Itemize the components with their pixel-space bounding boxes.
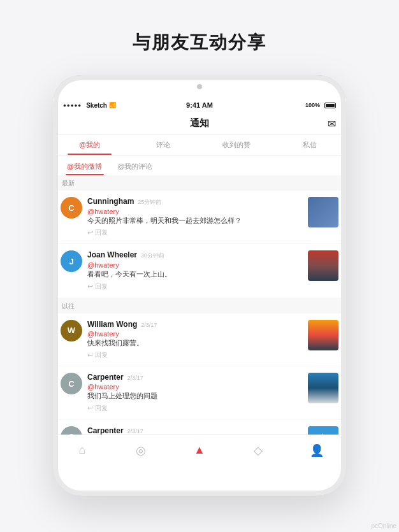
wifi-icon: 📶 bbox=[109, 102, 116, 108]
nav-bar: 通知 ✉ bbox=[53, 112, 346, 135]
reply-label: 回复 bbox=[95, 228, 108, 237]
feed-mention: @hwatery bbox=[87, 208, 303, 215]
bottom-nav-explore[interactable]: ◇ bbox=[229, 443, 287, 457]
device-frame: ●●●●● Sketch 📶 9:41 AM 100% 通知 ✉ @我的 bbox=[0, 75, 399, 496]
reply-icon: ↩ bbox=[87, 282, 93, 291]
reply-label: 回复 bbox=[95, 282, 108, 291]
avatar: J bbox=[61, 250, 82, 272]
camera-dot bbox=[197, 84, 202, 89]
explore-icon: ◇ bbox=[254, 443, 263, 457]
status-left: ●●●●● Sketch 📶 bbox=[63, 102, 116, 109]
screen: ●●●●● Sketch 📶 9:41 AM 100% 通知 ✉ @我的 bbox=[53, 98, 346, 465]
watermark: pcOnline bbox=[369, 520, 399, 532]
sub-tab-comment-label: @我的评论 bbox=[117, 162, 152, 170]
feed-header-row: Joan Wheeler 30分钟前 bbox=[87, 250, 303, 260]
reply-label: 回复 bbox=[95, 404, 108, 413]
tab-messages-label: 私信 bbox=[303, 141, 317, 148]
battery-icon bbox=[324, 103, 336, 108]
bottom-nav: ⌂ ◎ ▲ ◇ 👤 bbox=[53, 435, 346, 465]
feed-thumbnail bbox=[308, 320, 338, 350]
discover-icon: ◎ bbox=[136, 443, 146, 457]
avatar: C bbox=[61, 197, 82, 219]
feed-thumbnail bbox=[308, 250, 338, 281]
feed-time: 2/3/17 bbox=[127, 428, 143, 435]
reply-label: 回复 bbox=[95, 350, 108, 359]
sub-tab-weibo[interactable]: @我的微博 bbox=[61, 159, 108, 175]
bottom-nav-notification[interactable]: ▲ bbox=[170, 443, 229, 457]
feed-name: Carpenter bbox=[87, 426, 124, 435]
tab-comments[interactable]: 评论 bbox=[126, 135, 200, 155]
list-item[interactable]: W William Wong 2/3/17 @hwatery 快来找我们露营。 … bbox=[53, 313, 346, 366]
feed-time: 25分钟前 bbox=[138, 198, 161, 206]
feed-mention: @hwatery bbox=[87, 383, 303, 391]
bottom-nav-home[interactable]: ⌂ bbox=[53, 443, 112, 457]
mail-icon[interactable]: ✉ bbox=[328, 117, 336, 129]
feed-content: Carpenter 2/3/17 @hwatery 我们马上处理您的问题 ↩ 回… bbox=[87, 373, 303, 412]
carrier-label: Sketch bbox=[86, 102, 107, 109]
profile-icon: 👤 bbox=[310, 443, 324, 457]
feed-reply[interactable]: ↩ 回复 bbox=[87, 228, 303, 237]
battery-percent: 100% bbox=[305, 102, 320, 108]
feed-mention: @hwatery bbox=[87, 330, 303, 338]
reply-icon: ↩ bbox=[87, 351, 93, 359]
feed-name: Joan Wheeler bbox=[87, 250, 137, 259]
feed-header-row: Carpenter 2/3/17 bbox=[87, 373, 303, 382]
tab-messages[interactable]: 私信 bbox=[273, 135, 346, 155]
feed-list[interactable]: 最新 C Cunningham 25分钟前 @hwatery 今天的照片非常棒，… bbox=[53, 175, 346, 465]
home-icon: ⌂ bbox=[79, 443, 86, 457]
sub-tab-weibo-label: @我的微博 bbox=[67, 162, 102, 170]
time-display: 9:41 AM bbox=[186, 101, 213, 109]
feed-text: 我们马上处理您的问题 bbox=[87, 391, 303, 401]
feed-thumbnail bbox=[308, 373, 338, 403]
bottom-nav-discover[interactable]: ◎ bbox=[112, 443, 170, 457]
feed-header-row: William Wong 2/3/17 bbox=[87, 320, 303, 329]
avatar: W bbox=[61, 320, 82, 341]
reply-icon: ↩ bbox=[87, 404, 93, 412]
feed-text: 快来找我们露营。 bbox=[87, 338, 303, 348]
feed-time: 2/3/17 bbox=[141, 322, 157, 328]
phone-device: ●●●●● Sketch 📶 9:41 AM 100% 通知 ✉ @我的 bbox=[53, 75, 346, 496]
sub-tab-comment[interactable]: @我的评论 bbox=[111, 159, 159, 175]
tab-my-label: @我的 bbox=[79, 141, 100, 148]
list-item[interactable]: C Carpenter 2/3/17 @hwatery 我们马上处理您的问题 ↩… bbox=[53, 366, 346, 419]
page-title: 与朋友互动分享 bbox=[0, 0, 399, 75]
section-header-recent: 最新 bbox=[53, 175, 346, 191]
reply-icon: ↩ bbox=[87, 229, 93, 237]
feed-time: 30分钟前 bbox=[141, 252, 164, 260]
feed-mention: @hwatery bbox=[87, 261, 303, 269]
feed-name: Carpenter bbox=[87, 373, 124, 382]
tab-comments-label: 评论 bbox=[156, 141, 170, 148]
section-header-past: 以往 bbox=[53, 298, 346, 313]
list-item[interactable]: J Joan Wheeler 30分钟前 @hwatery 看看吧，今天有一次上… bbox=[53, 244, 346, 297]
feed-reply[interactable]: ↩ 回复 bbox=[87, 350, 303, 359]
nav-title: 通知 bbox=[190, 117, 209, 129]
feed-thumbnail bbox=[308, 197, 338, 227]
bottom-nav-profile[interactable]: 👤 bbox=[287, 443, 346, 457]
avatar: C bbox=[61, 373, 82, 394]
tab-likes-label: 收到的赞 bbox=[222, 141, 250, 148]
feed-content: Joan Wheeler 30分钟前 @hwatery 看看吧，今天有一次上山。… bbox=[87, 250, 303, 291]
feed-content: William Wong 2/3/17 @hwatery 快来找我们露营。 ↩ … bbox=[87, 320, 303, 359]
status-right: 100% bbox=[305, 102, 336, 108]
notification-icon: ▲ bbox=[194, 443, 205, 457]
tab-my[interactable]: @我的 bbox=[53, 135, 126, 155]
signal-dots: ●●●●● bbox=[63, 103, 82, 108]
tab-likes[interactable]: 收到的赞 bbox=[200, 135, 273, 155]
sub-tabs: @我的微博 @我的评论 bbox=[53, 155, 346, 175]
feed-time: 2/3/17 bbox=[127, 375, 143, 381]
feed-name: Cunningham bbox=[87, 197, 134, 206]
feed-header-row: Cunningham 25分钟前 bbox=[87, 197, 303, 206]
feed-content: Cunningham 25分钟前 @hwatery 今天的照片非常棒，明天和我一… bbox=[87, 197, 303, 237]
status-bar: ●●●●● Sketch 📶 9:41 AM 100% bbox=[53, 98, 346, 112]
feed-reply[interactable]: ↩ 回复 bbox=[87, 282, 303, 291]
feed-reply[interactable]: ↩ 回复 bbox=[87, 404, 303, 413]
feed-name: William Wong bbox=[87, 320, 137, 329]
feed-header-row: Carpenter 2/3/17 bbox=[87, 426, 303, 435]
feed-text: 看看吧，今天有一次上山。 bbox=[87, 270, 303, 279]
list-item[interactable]: C Cunningham 25分钟前 @hwatery 今天的照片非常棒，明天和… bbox=[53, 191, 346, 243]
feed-text: 今天的照片非常棒，明天和我一起去郊游怎么样？ bbox=[87, 216, 303, 226]
tabs-bar: @我的 评论 收到的赞 私信 bbox=[53, 135, 346, 155]
